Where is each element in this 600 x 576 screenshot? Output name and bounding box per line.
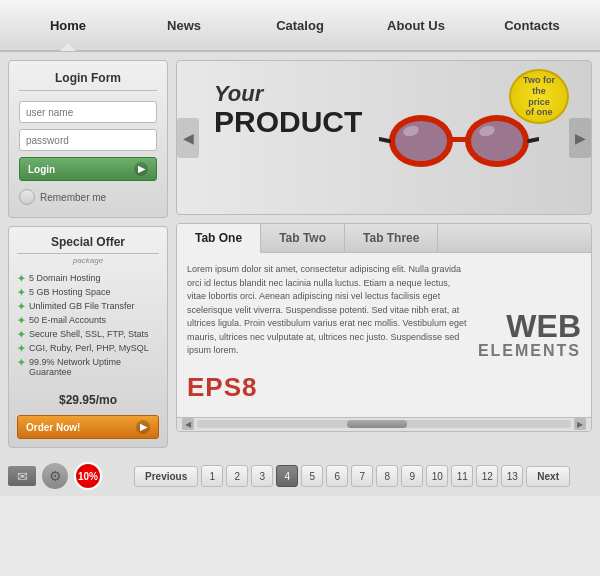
- tab-bar: Tab One Tab Two Tab Three: [177, 224, 591, 253]
- tab-right-graphic: WEB ELEMENTS: [478, 263, 581, 407]
- order-arrow-icon: ▶: [136, 420, 150, 434]
- special-offer-box: Special Offer package ✦5 Domain Hosting …: [8, 226, 168, 448]
- nav-item-contacts[interactable]: Contacts: [474, 2, 590, 49]
- svg-rect-4: [449, 137, 469, 142]
- nav-bar: Home News Catalog About Us Contacts: [0, 0, 600, 52]
- page-7-button[interactable]: 7: [351, 465, 373, 487]
- right-content: ◀ Your PRODUCT: [176, 60, 592, 448]
- tab-content: Lorem ipsum dolor sit amet, consectetur …: [177, 253, 591, 417]
- price-display: $29.95/mo: [17, 386, 159, 409]
- previous-button[interactable]: Previous: [134, 466, 198, 487]
- envelope-icon[interactable]: ✉: [8, 466, 36, 486]
- page-13-button[interactable]: 13: [501, 465, 523, 487]
- gear-icon[interactable]: ⚙: [42, 463, 68, 489]
- remember-label: Remember me: [40, 192, 106, 203]
- svg-point-1: [395, 121, 447, 161]
- tabs-area: Tab One Tab Two Tab Three Lorem ipsum do…: [176, 223, 592, 432]
- nav-item-news[interactable]: News: [126, 2, 242, 49]
- product-text: Your PRODUCT: [214, 81, 362, 137]
- tab-three[interactable]: Tab Three: [345, 224, 438, 252]
- tab-one[interactable]: Tab One: [177, 224, 261, 253]
- svg-line-6: [529, 139, 539, 141]
- product-your-text: Your: [214, 81, 362, 107]
- slider-prev-arrow[interactable]: ◀: [177, 118, 199, 158]
- footer-icons: ✉ ⚙ 10%: [8, 462, 102, 490]
- order-now-button[interactable]: Order Now! ▶: [17, 415, 159, 439]
- elements-label: ELEMENTS: [478, 342, 581, 360]
- list-item: ✦5 Domain Hosting: [17, 271, 159, 285]
- main-content: Login Form Login ▶ Remember me Special O…: [0, 52, 600, 456]
- list-item: ✦Secure Shell, SSL, FTP, Stats: [17, 327, 159, 341]
- scroll-area: ◀ ▶: [177, 417, 591, 431]
- page-2-button[interactable]: 2: [226, 465, 248, 487]
- svg-point-3: [471, 121, 523, 161]
- product-main-text: PRODUCT: [214, 107, 362, 137]
- badge-icon: 10%: [74, 462, 102, 490]
- nav-item-catalog[interactable]: Catalog: [242, 2, 358, 49]
- price-period: /mo: [96, 393, 117, 407]
- tab-two[interactable]: Tab Two: [261, 224, 345, 252]
- list-item: ✦99.9% Network Uptime Guarantee: [17, 355, 159, 378]
- package-label: package: [17, 256, 159, 265]
- remember-me-row: Remember me: [19, 189, 157, 205]
- page-1-button[interactable]: 1: [201, 465, 223, 487]
- page-11-button[interactable]: 11: [451, 465, 473, 487]
- page-8-button[interactable]: 8: [376, 465, 398, 487]
- svg-line-5: [379, 139, 389, 141]
- next-button[interactable]: Next: [526, 466, 570, 487]
- list-item: ✦Unlimited GB File Transfer: [17, 299, 159, 313]
- login-arrow-icon: ▶: [134, 162, 148, 176]
- nav-item-about[interactable]: About Us: [358, 2, 474, 49]
- feature-list: ✦5 Domain Hosting ✦5 GB Hosting Space ✦U…: [17, 271, 159, 378]
- special-offer-title: Special Offer: [17, 235, 159, 254]
- scroll-right-arrow[interactable]: ▶: [574, 418, 586, 430]
- list-item: ✦50 E-mail Accounts: [17, 313, 159, 327]
- page-6-button[interactable]: 6: [326, 465, 348, 487]
- product-badge: Two for the price of one: [509, 69, 569, 124]
- login-form-box: Login Form Login ▶ Remember me: [8, 60, 168, 218]
- pagination: Previous 1 2 3 4 5 6 7 8 9 10 11 12 13 N…: [112, 465, 592, 487]
- page-10-button[interactable]: 10: [426, 465, 448, 487]
- slider-next-arrow[interactable]: ▶: [569, 118, 591, 158]
- username-input[interactable]: [19, 101, 157, 123]
- slider-area: ◀ Your PRODUCT: [176, 60, 592, 215]
- scroll-track[interactable]: [197, 420, 571, 428]
- page-5-button[interactable]: 5: [301, 465, 323, 487]
- sidebar: Login Form Login ▶ Remember me Special O…: [8, 60, 168, 448]
- remember-checkbox[interactable]: [19, 189, 35, 205]
- nav-item-home[interactable]: Home: [10, 2, 126, 49]
- slider-inner: Your PRODUCT: [199, 61, 569, 214]
- page-4-button[interactable]: 4: [276, 465, 298, 487]
- page-9-button[interactable]: 9: [401, 465, 423, 487]
- login-button[interactable]: Login ▶: [19, 157, 157, 181]
- list-item: ✦CGI, Ruby, Perl, PHP, MySQL: [17, 341, 159, 355]
- login-form-title: Login Form: [19, 71, 157, 91]
- scroll-thumb: [347, 420, 407, 428]
- footer-bar: ✉ ⚙ 10% Previous 1 2 3 4 5 6 7 8 9 10 11…: [0, 456, 600, 496]
- tab-body-text: Lorem ipsum dolor sit amet, consectetur …: [187, 263, 468, 407]
- list-item: ✦5 GB Hosting Space: [17, 285, 159, 299]
- web-label: WEB: [506, 310, 581, 342]
- page-3-button[interactable]: 3: [251, 465, 273, 487]
- scroll-left-arrow[interactable]: ◀: [182, 418, 194, 430]
- eps-text: EPS8: [187, 368, 468, 407]
- password-input[interactable]: [19, 129, 157, 151]
- page-12-button[interactable]: 12: [476, 465, 498, 487]
- tab-paragraph: Lorem ipsum dolor sit amet, consectetur …: [187, 263, 468, 358]
